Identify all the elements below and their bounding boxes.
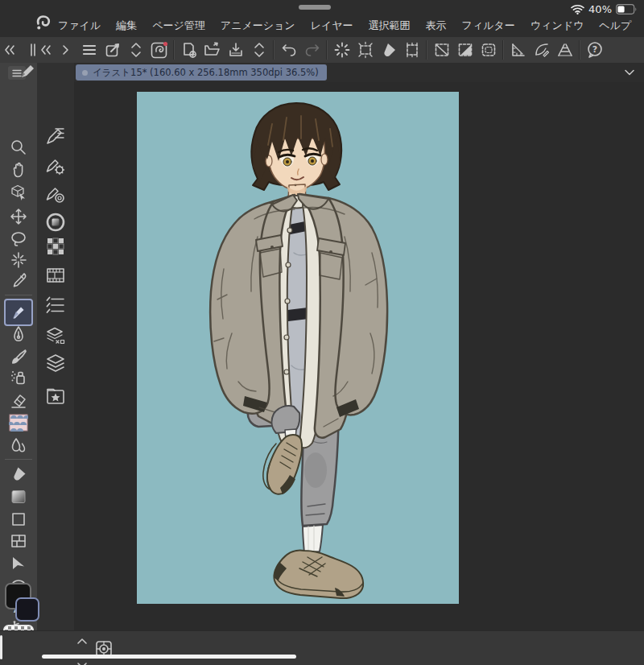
spinner-icon [333, 41, 351, 59]
ipad-multitask-pill[interactable] [299, 5, 331, 10]
undo-icon [280, 41, 298, 59]
help-button[interactable]: ? [583, 39, 606, 61]
menu-file[interactable]: ファイル [58, 19, 101, 33]
expand-right-icon[interactable] [58, 42, 72, 58]
undo-button[interactable] [277, 39, 300, 61]
tool-decoration[interactable] [1, 412, 36, 433]
redo-button[interactable] [300, 39, 324, 61]
tool-zoom[interactable] [1, 137, 36, 158]
file-chevrons-button[interactable] [247, 39, 270, 61]
snap-special-ruler-button[interactable] [530, 39, 553, 61]
tool-eraser[interactable] [1, 390, 36, 411]
collapse-left-icon[interactable] [2, 42, 17, 58]
collapse-down-icon[interactable] [76, 658, 89, 665]
airbrush-icon [10, 369, 27, 386]
tool-frame-border[interactable] [1, 531, 36, 551]
brush-size-icon [45, 184, 66, 204]
svg-text:?: ? [592, 44, 597, 55]
open-file-button[interactable] [200, 39, 224, 61]
menu-layer[interactable]: レイヤー [311, 19, 353, 33]
eraser-icon [10, 391, 27, 409]
collapse-up-icon[interactable] [76, 633, 89, 648]
menu-page-manage[interactable]: ページ管理 [152, 19, 205, 33]
tool-divider [5, 295, 32, 295]
menu-selection[interactable]: 選択範囲 [369, 19, 411, 33]
menu-filter[interactable]: フィルター [462, 19, 515, 33]
document-tab[interactable]: イラスト15* (160.60 x 256.18mm 350dpi 36.5%) [76, 64, 327, 81]
main-menu-button[interactable] [77, 39, 101, 61]
tool-hand[interactable] [1, 159, 36, 180]
open-folder-icon [203, 41, 222, 59]
palette-brush-size[interactable] [40, 182, 71, 206]
tool-move[interactable] [1, 206, 36, 227]
tool-auto-select[interactable] [1, 250, 36, 271]
fill-bucket-icon [10, 465, 27, 483]
deselect-flash-button[interactable] [353, 39, 377, 61]
palette-tool-property[interactable] [40, 154, 71, 178]
menu-animation[interactable]: アニメーション [221, 19, 295, 33]
no-selection-icon [433, 41, 451, 59]
layer-property-icon [45, 326, 66, 347]
refresh-selection-button[interactable] [330, 39, 353, 61]
palette-material[interactable] [40, 385, 71, 409]
clip-studio-paint-logo[interactable] [34, 14, 52, 35]
invert-selection-button[interactable] [453, 39, 477, 61]
canvas-document[interactable] [137, 92, 459, 604]
selection-border-button[interactable] [477, 39, 500, 61]
tool-operate[interactable] [1, 182, 36, 203]
collapse-toolbar-button[interactable] [124, 39, 147, 61]
snap-ruler-button[interactable] [506, 39, 530, 61]
save-file-button[interactable] [224, 39, 247, 61]
material-folder-icon [45, 386, 66, 407]
menu-window[interactable]: ウィンドウ [530, 19, 584, 33]
tool-gradient[interactable] [1, 486, 36, 507]
move-arrows-icon [10, 208, 27, 225]
selection-border-icon [480, 41, 497, 59]
tool-polyline[interactable] [1, 552, 36, 573]
tool-eyedropper[interactable] [1, 270, 36, 291]
menu-edit[interactable]: 編集 [116, 19, 137, 33]
menu-items: ファイル 編集 ページ管理 アニメーション レイヤー 選択範囲 表示 フィルター… [58, 19, 631, 33]
palette-auto-action[interactable] [40, 293, 71, 317]
fill-selection-button[interactable] [377, 39, 400, 61]
tab-list-chevron[interactable] [623, 66, 636, 82]
collapse-left2-icon[interactable] [39, 42, 53, 58]
pen-nib-icon [10, 325, 27, 343]
transform-button[interactable] [400, 39, 423, 61]
palette-layer-property[interactable] [40, 324, 71, 349]
lasso-icon [10, 230, 27, 248]
tool-brush[interactable] [1, 346, 36, 367]
invert-selection-icon [456, 41, 474, 59]
film-strip-icon [45, 265, 66, 286]
palette-dock-controls [0, 37, 74, 63]
tool-pen[interactable] [1, 324, 36, 345]
open-in-clip-studio-button[interactable] [101, 39, 124, 61]
tool-property-icon [45, 155, 66, 176]
palette-sub-tool[interactable] [40, 123, 71, 147]
palette-color-wheel[interactable] [40, 210, 71, 234]
sub-color-swatch[interactable] [15, 597, 39, 622]
tool-fill-bucket[interactable] [1, 464, 36, 485]
tool-blend[interactable] [1, 435, 36, 456]
palette-timeline[interactable] [40, 263, 71, 287]
palette-layer[interactable] [40, 351, 71, 375]
tool-airbrush[interactable] [1, 367, 36, 388]
clear-selection-button[interactable] [430, 39, 453, 61]
magic-wand-icon [10, 251, 27, 269]
palette-color-set[interactable] [40, 234, 71, 258]
new-file-button[interactable] [177, 39, 200, 61]
snap-special-ruler-icon [533, 41, 551, 59]
menu-help[interactable]: ヘルプ [599, 19, 631, 33]
csp-swirl-icon [150, 40, 169, 60]
clip-studio-app-button[interactable] [147, 39, 171, 61]
status-area: 40% [571, 3, 638, 15]
tool-figure[interactable] [1, 509, 36, 530]
menu-view[interactable]: 表示 [426, 19, 447, 33]
hand-icon [10, 161, 27, 179]
tool-lasso[interactable] [1, 229, 36, 250]
battery-icon [616, 4, 638, 14]
snap-grid-button[interactable] [553, 39, 576, 61]
tool-marker-selected[interactable] [4, 299, 33, 326]
menu-bar: 40% ファイル 編集 ページ管理 アニメーション レイヤー 選択範囲 表示 フ… [0, 0, 644, 37]
vertical-scrollbar[interactable] [0, 635, 2, 659]
